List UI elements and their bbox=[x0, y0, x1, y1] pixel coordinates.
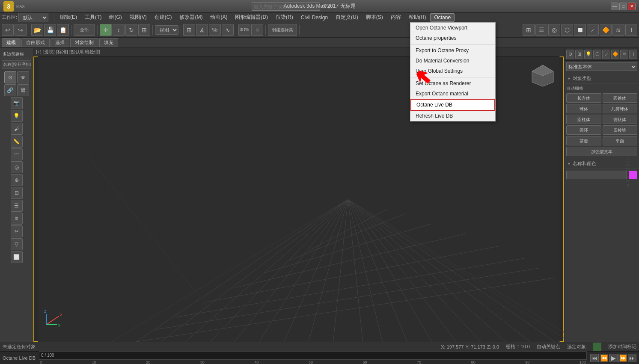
play-btn[interactable]: ▶ bbox=[609, 354, 618, 362]
right-tb6[interactable]: ⟋ bbox=[587, 24, 599, 36]
rp-icon5[interactable]: ⟋ bbox=[602, 50, 610, 59]
spinner-snap-btn[interactable]: ∿ bbox=[222, 24, 234, 36]
mirror-btn[interactable]: 3D% bbox=[238, 24, 250, 36]
primitive-type-dropdown[interactable]: 标准基本体 bbox=[566, 62, 637, 71]
menu-tools[interactable]: 工具(T) bbox=[81, 13, 105, 22]
obj-teapot[interactable]: 茶壶 bbox=[566, 136, 601, 145]
obj-cone[interactable]: 圆锥体 bbox=[603, 93, 638, 103]
view-dropdown[interactable]: 视图 bbox=[155, 25, 178, 35]
menu-script[interactable]: 脚本(S) bbox=[363, 13, 386, 22]
rp-icon3[interactable]: 💡 bbox=[584, 50, 592, 59]
goto-start-btn[interactable]: ⏮ bbox=[590, 354, 599, 362]
tool-ruler[interactable]: 📏 bbox=[11, 136, 23, 148]
rp-icon2[interactable]: ⊞ bbox=[575, 50, 583, 59]
maximize-btn[interactable]: □ bbox=[619, 3, 627, 10]
status-selectkey[interactable]: 选定对象 bbox=[567, 343, 586, 350]
menu-edit[interactable]: 编辑(E) bbox=[56, 13, 80, 22]
object-name-input[interactable] bbox=[566, 171, 627, 179]
tool-filter[interactable]: ▽ bbox=[11, 238, 23, 250]
move-btn[interactable]: ↕ bbox=[113, 24, 125, 36]
tool-magnet[interactable]: ⊕ bbox=[11, 174, 23, 186]
rp-icon6[interactable]: 🔶 bbox=[611, 50, 619, 59]
status-autokey[interactable]: 自动关键点 bbox=[537, 343, 560, 350]
menu-animation[interactable]: 动画(A) bbox=[207, 13, 231, 22]
obj-cylinder[interactable]: 圆柱体 bbox=[566, 115, 601, 124]
menu-view[interactable]: 视图(V) bbox=[126, 13, 150, 22]
prev-frame-btn[interactable]: ⏪ bbox=[600, 354, 608, 362]
menu-create[interactable]: 创建(C) bbox=[151, 13, 175, 22]
right-tb3[interactable]: ◎ bbox=[548, 24, 560, 36]
tool-paint[interactable]: 🖌 bbox=[11, 123, 23, 135]
tool-camera2[interactable]: ⬜ bbox=[11, 251, 23, 263]
obj-box[interactable]: 长方体 bbox=[566, 93, 601, 103]
right-tb8[interactable]: ≋ bbox=[612, 24, 624, 36]
menu-item-open-viewport[interactable]: Open Octane Viewport bbox=[410, 23, 495, 33]
rotate-btn[interactable]: ↻ bbox=[125, 24, 137, 36]
obj-geosphere[interactable]: 几何球体 bbox=[603, 104, 638, 113]
menu-group[interactable]: 组(G) bbox=[106, 13, 125, 22]
menu-customize[interactable]: 自定义(U) bbox=[332, 13, 362, 22]
angle-snap-btn[interactable]: ∡ bbox=[196, 24, 208, 36]
right-tb4[interactable]: ⬡ bbox=[561, 24, 573, 36]
scale-btn[interactable]: ⊞ bbox=[138, 24, 150, 36]
create-selection-btn[interactable]: 创建选择集 bbox=[268, 24, 297, 36]
tool-select[interactable]: ⊙ bbox=[4, 71, 16, 83]
right-tb5[interactable]: 🔲 bbox=[574, 24, 586, 36]
save-btn[interactable]: 💾 bbox=[44, 24, 56, 36]
obj-plane[interactable]: 平面 bbox=[603, 136, 638, 145]
tool-wave[interactable]: 〰 bbox=[11, 148, 23, 160]
select-btn[interactable]: ✛ bbox=[100, 24, 112, 36]
minimize-btn[interactable]: — bbox=[611, 3, 618, 10]
right-tb2[interactable]: ☰ bbox=[535, 24, 547, 36]
right-tb7[interactable]: 🔶 bbox=[600, 24, 612, 36]
percent-snap-btn[interactable]: % bbox=[209, 24, 221, 36]
redo-btn[interactable]: ↪ bbox=[15, 24, 27, 36]
menu-help[interactable]: 帮助(H) bbox=[405, 13, 430, 22]
tab-paint[interactable]: 对象绘制 bbox=[70, 38, 98, 47]
list-header[interactable]: 名称(按升序排序) bbox=[2, 60, 31, 69]
menu-item-refresh-live-db[interactable]: Refresh Live DB bbox=[410, 111, 495, 121]
rp-icon1[interactable]: ⊙ bbox=[566, 50, 574, 59]
menu-item-live-db[interactable]: Octane Live DB bbox=[410, 99, 495, 111]
tool-layers[interactable]: ☰ bbox=[11, 200, 23, 212]
close-btn[interactable]: ✕ bbox=[628, 3, 636, 10]
tab-fill[interactable]: 填充 bbox=[99, 38, 118, 47]
obj-text[interactable]: 加强型文本 bbox=[566, 147, 637, 156]
tab-modeling[interactable]: 建模 bbox=[2, 38, 21, 47]
align-btn[interactable]: ≡ bbox=[251, 24, 263, 36]
menu-civil[interactable]: Civil Design bbox=[297, 14, 331, 21]
tool-camera[interactable]: 📷 bbox=[11, 97, 23, 109]
tool-grid[interactable]: ⊟ bbox=[11, 187, 23, 199]
tool-display[interactable]: 👁 bbox=[17, 71, 29, 83]
obj-sphere[interactable]: 球体 bbox=[566, 104, 601, 113]
obj-pyramid[interactable]: 四棱锥 bbox=[603, 125, 638, 135]
select-all-btn[interactable]: 全部 bbox=[74, 24, 95, 36]
menu-graph-editor[interactable]: 图形编辑器(D) bbox=[232, 13, 271, 22]
right-tb1[interactable]: ⊞ bbox=[523, 24, 535, 36]
rp-icon4[interactable]: ⬡ bbox=[593, 50, 601, 59]
tool-knife[interactable]: ✂ bbox=[11, 225, 23, 237]
right-tb9[interactable]: ⁞ bbox=[625, 24, 637, 36]
menu-item-set-renderer[interactable]: Set Octane as Renderer bbox=[410, 78, 495, 89]
obj-tube[interactable]: 管状体 bbox=[603, 115, 638, 124]
timeline-area[interactable]: 0 / 100 bbox=[39, 351, 587, 360]
obj-torus[interactable]: 圆环 bbox=[566, 125, 601, 135]
tab-selection[interactable]: 选择 bbox=[51, 38, 69, 47]
saveas-btn[interactable]: 📋 bbox=[57, 24, 69, 36]
menu-item-material-conversion[interactable]: Do Material Conversion bbox=[410, 56, 495, 66]
menu-item-export-material[interactable]: Export Octane material bbox=[410, 89, 495, 99]
open-btn[interactable]: 📂 bbox=[31, 24, 43, 36]
menu-render[interactable]: 渲染(R) bbox=[272, 13, 297, 22]
next-frame-btn[interactable]: ⏩ bbox=[618, 354, 627, 362]
undo-btn[interactable]: ↩ bbox=[2, 24, 14, 36]
menu-content[interactable]: 内容 bbox=[387, 13, 404, 22]
rp-icon7[interactable]: ≋ bbox=[620, 50, 628, 59]
menu-item-global-settings[interactable]: User Global Settings bbox=[410, 66, 495, 76]
workspace-dropdown[interactable]: 默认 bbox=[18, 13, 48, 22]
tool-unlink[interactable]: ⛓ bbox=[17, 84, 29, 96]
rp-icon8[interactable]: ⁞ bbox=[629, 50, 637, 59]
snap-btn[interactable]: ⊞ bbox=[183, 24, 195, 36]
tool-extra1[interactable]: ≡ bbox=[11, 213, 23, 225]
tool-eye[interactable]: ◎ bbox=[11, 161, 23, 173]
menu-item-octane-properties[interactable]: Octane properties bbox=[410, 33, 495, 43]
